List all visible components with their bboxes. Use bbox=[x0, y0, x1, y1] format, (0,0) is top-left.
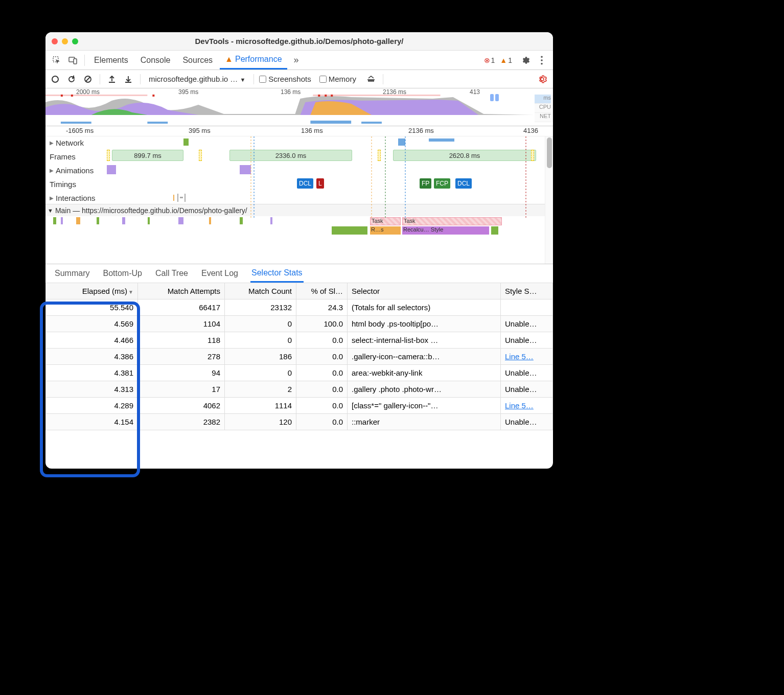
warning-count-badge[interactable]: ▲ 1 bbox=[500, 56, 512, 64]
network-track[interactable]: ▶Network bbox=[45, 136, 553, 149]
reload-record-button[interactable] bbox=[65, 73, 78, 86]
animations-track[interactable]: ▶Animations bbox=[45, 164, 553, 176]
frames-track[interactable]: Frames 899.7 ms2336.0 ms2620.8 ms bbox=[45, 149, 553, 164]
flame-label: R…s bbox=[371, 226, 383, 233]
table-row[interactable]: 55.540664172313224.3(Totals for all sele… bbox=[46, 299, 553, 316]
flamechart-tracks[interactable]: -1605 ms 395 ms 136 ms 2136 ms 4136 ▶Net… bbox=[45, 126, 553, 264]
tab-sources[interactable]: Sources bbox=[177, 51, 218, 70]
col-pct-slow[interactable]: % of Sl… bbox=[296, 283, 348, 299]
table-row[interactable]: 4.15423821200.0::markerUnable… bbox=[46, 414, 553, 430]
interaction-whisker[interactable] bbox=[177, 194, 186, 202]
capture-settings-button[interactable] bbox=[536, 73, 549, 86]
svg-point-4 bbox=[541, 59, 543, 61]
animation-entry[interactable] bbox=[240, 165, 251, 174]
col-match-attempts[interactable]: Match Attempts bbox=[138, 283, 225, 299]
cell-attempts: 66417 bbox=[138, 299, 225, 316]
main-thread-flamechart[interactable]: Task Task R…s Recalcu… Style bbox=[45, 216, 553, 245]
screenshots-checkbox[interactable]: Screenshots bbox=[259, 75, 311, 83]
error-count-badge[interactable]: ⊗ 1 bbox=[484, 56, 495, 64]
tracks-scrollbar[interactable] bbox=[545, 136, 553, 264]
settings-gear-icon[interactable] bbox=[518, 53, 533, 67]
details-tabbar: Summary Bottom-Up Call Tree Event Log Se… bbox=[45, 264, 553, 283]
table-row[interactable]: 4.289406211140.0[class*=" gallery-icon--… bbox=[46, 398, 553, 414]
tab-bottom-up[interactable]: Bottom-Up bbox=[102, 264, 143, 283]
maximize-window-button[interactable] bbox=[72, 38, 78, 44]
timing-badge-dcl[interactable]: DCL bbox=[455, 178, 472, 189]
overview-handle-right[interactable] bbox=[495, 94, 499, 101]
timing-badge-dcl[interactable]: DCL bbox=[297, 178, 313, 189]
cell-attempts: 2382 bbox=[138, 414, 225, 430]
devtools-window: DevTools - microsoftedge.github.io/Demos… bbox=[45, 32, 553, 469]
cell-count: 120 bbox=[225, 414, 296, 430]
col-selector[interactable]: Selector bbox=[348, 283, 501, 299]
timeline-overview[interactable]: 2000 ms 395 ms 136 ms 2136 ms 413 bbox=[45, 88, 553, 126]
recording-source-dropdown[interactable]: microsoftedge.github.io … ▼ bbox=[146, 74, 248, 84]
cell-pct: 0.0 bbox=[296, 381, 348, 398]
flame-entry[interactable]: R…s bbox=[370, 226, 401, 235]
recalculate-style-bar[interactable]: Recalcu… Style bbox=[402, 226, 489, 235]
expand-icon[interactable]: ▶ bbox=[50, 168, 54, 173]
expand-icon[interactable]: ▶ bbox=[50, 195, 54, 201]
ruler-tick: -1605 ms bbox=[66, 127, 94, 134]
task-bar[interactable]: Task bbox=[402, 217, 502, 225]
screenshots-checkbox-input[interactable] bbox=[259, 76, 266, 83]
animation-entry[interactable] bbox=[107, 165, 116, 174]
cell-attempts: 118 bbox=[138, 332, 225, 349]
timings-track[interactable]: Timings DCLLFPFCPDCLLCPL bbox=[45, 176, 553, 192]
network-entry[interactable] bbox=[429, 138, 454, 142]
tab-call-tree[interactable]: Call Tree bbox=[154, 264, 189, 283]
table-row[interactable]: 4.3819400.0area:-webkit-any-linkUnable… bbox=[46, 365, 553, 381]
network-entry[interactable] bbox=[398, 138, 405, 146]
stylesheet-link[interactable]: Line 5… bbox=[505, 352, 534, 361]
device-toolbar-icon[interactable] bbox=[66, 53, 80, 67]
collect-garbage-button[interactable] bbox=[364, 73, 378, 86]
tab-performance[interactable]: ▲ Performance bbox=[220, 51, 287, 70]
upload-profile-button[interactable] bbox=[105, 73, 119, 86]
frame-block[interactable]: 899.7 ms bbox=[112, 150, 183, 161]
memory-checkbox[interactable]: Memory bbox=[319, 75, 356, 83]
flame-entry[interactable] bbox=[332, 226, 367, 235]
table-row[interactable]: 4.56911040100.0html body .ps-tooltip[po…… bbox=[46, 316, 553, 332]
flame-entry[interactable] bbox=[491, 226, 498, 235]
scrollbar-thumb[interactable] bbox=[547, 137, 552, 168]
table-row[interactable]: 4.46611800.0select:-internal-list-box …U… bbox=[46, 332, 553, 349]
interaction-marker[interactable] bbox=[173, 195, 174, 201]
partial-frame-marker bbox=[531, 150, 534, 161]
memory-checkbox-input[interactable] bbox=[319, 76, 327, 83]
clear-button[interactable] bbox=[81, 73, 95, 86]
timing-badge-l[interactable]: L bbox=[316, 178, 324, 189]
tab-elements[interactable]: Elements bbox=[89, 51, 133, 70]
timing-badge-fcp[interactable]: FCP bbox=[434, 178, 450, 189]
collapse-icon[interactable]: ▼ bbox=[48, 207, 53, 214]
table-row[interactable]: 4.3131720.0.gallery .photo .photo-wr…Una… bbox=[46, 381, 553, 398]
main-thread-header[interactable]: ▼ Main — https://microsoftedge.github.io… bbox=[45, 204, 553, 216]
tab-event-log[interactable]: Event Log bbox=[200, 264, 239, 283]
frame-block[interactable]: 2620.8 ms bbox=[393, 150, 536, 161]
cell-count: 1114 bbox=[225, 398, 296, 414]
col-elapsed[interactable]: Elapsed (ms)▼ bbox=[46, 283, 138, 299]
header-label: Elapsed (ms) bbox=[82, 287, 127, 295]
tab-selector-stats[interactable]: Selector Stats bbox=[250, 264, 304, 283]
more-tabs-button[interactable]: » bbox=[289, 53, 304, 67]
overview-handle-left[interactable] bbox=[490, 94, 494, 101]
cell-pct: 0.0 bbox=[296, 349, 348, 365]
stylesheet-link[interactable]: Line 5… bbox=[505, 401, 534, 410]
error-icon: ⊗ bbox=[484, 56, 490, 64]
download-profile-button[interactable] bbox=[122, 73, 135, 86]
close-window-button[interactable] bbox=[52, 38, 58, 44]
task-bar[interactable]: Task bbox=[370, 217, 401, 225]
more-options-icon[interactable] bbox=[535, 53, 549, 67]
expand-icon[interactable]: ▶ bbox=[50, 140, 54, 146]
col-match-count[interactable]: Match Count bbox=[225, 283, 296, 299]
tab-console[interactable]: Console bbox=[135, 51, 176, 70]
network-entry[interactable] bbox=[183, 138, 189, 146]
record-button[interactable] bbox=[49, 73, 62, 86]
frame-block[interactable]: 2336.0 ms bbox=[229, 150, 352, 161]
timing-badge-fp[interactable]: FP bbox=[420, 178, 431, 189]
inspect-element-icon[interactable] bbox=[50, 53, 64, 67]
interactions-track[interactable]: ▶Interactions bbox=[45, 192, 553, 204]
minimize-window-button[interactable] bbox=[62, 38, 68, 44]
table-row[interactable]: 4.3862781860.0.gallery-icon--camera::b…L… bbox=[46, 349, 553, 365]
tab-summary[interactable]: Summary bbox=[54, 264, 90, 283]
col-style-sheet[interactable]: Style S… bbox=[501, 283, 553, 299]
